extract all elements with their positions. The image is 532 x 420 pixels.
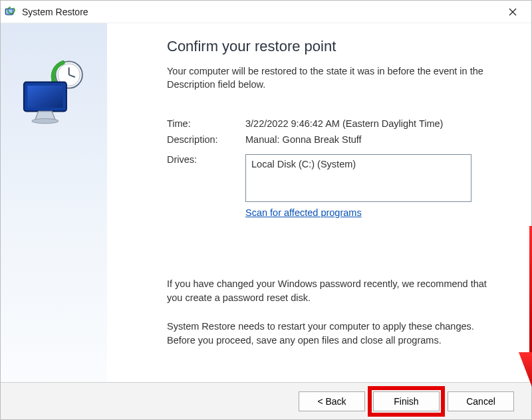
time-label: Time: bbox=[167, 118, 245, 129]
description-row: Description: Manual: Gonna Break Stuff bbox=[167, 134, 491, 145]
body-area: Confirm your restore point Your computer… bbox=[1, 23, 531, 382]
description-label: Description: bbox=[167, 134, 245, 145]
svg-rect-11 bbox=[529, 226, 532, 356]
finish-button[interactable]: Finish bbox=[373, 391, 440, 411]
svg-rect-9 bbox=[27, 86, 63, 108]
back-button[interactable]: < Back bbox=[299, 391, 365, 411]
close-button[interactable] bbox=[498, 2, 527, 22]
system-restore-icon bbox=[5, 6, 17, 18]
annotation-finish-highlight: Finish bbox=[373, 391, 440, 411]
titlebar: System Restore bbox=[1, 1, 531, 23]
notes-area: If you have changed your Windows passwor… bbox=[167, 277, 491, 362]
intro-text: Your computer will be restored to the st… bbox=[167, 64, 491, 92]
drives-listbox[interactable]: Local Disk (C:) (System) bbox=[245, 154, 471, 202]
cancel-button[interactable]: Cancel bbox=[448, 391, 514, 411]
wizard-sidebar bbox=[1, 23, 107, 382]
restore-point-details: Time: 3/22/2022 9:46:42 AM (Eastern Dayl… bbox=[167, 118, 491, 218]
svg-point-10 bbox=[32, 119, 59, 124]
time-row: Time: 3/22/2022 9:46:42 AM (Eastern Dayl… bbox=[167, 118, 491, 129]
system-restore-window: System Restore bbox=[0, 0, 532, 420]
scan-link-row: Scan for affected programs bbox=[245, 207, 491, 218]
system-restore-wizard-icon bbox=[15, 56, 88, 130]
content-area: Confirm your restore point Your computer… bbox=[107, 23, 531, 382]
page-heading: Confirm your restore point bbox=[167, 38, 491, 55]
drives-label: Drives: bbox=[167, 154, 245, 202]
annotation-arrow-icon bbox=[516, 226, 532, 399]
restart-note-text: System Restore needs to restart your com… bbox=[167, 320, 491, 348]
password-note-text: If you have changed your Windows passwor… bbox=[167, 277, 491, 305]
wizard-footer: < Back Finish Cancel bbox=[1, 382, 531, 419]
window-title: System Restore bbox=[22, 7, 498, 17]
time-value: 3/22/2022 9:46:42 AM (Eastern Daylight T… bbox=[245, 118, 491, 129]
scan-affected-programs-link[interactable]: Scan for affected programs bbox=[245, 207, 362, 218]
close-icon bbox=[509, 8, 517, 16]
drives-row: Drives: Local Disk (C:) (System) bbox=[167, 154, 491, 202]
description-value: Manual: Gonna Break Stuff bbox=[245, 134, 491, 145]
